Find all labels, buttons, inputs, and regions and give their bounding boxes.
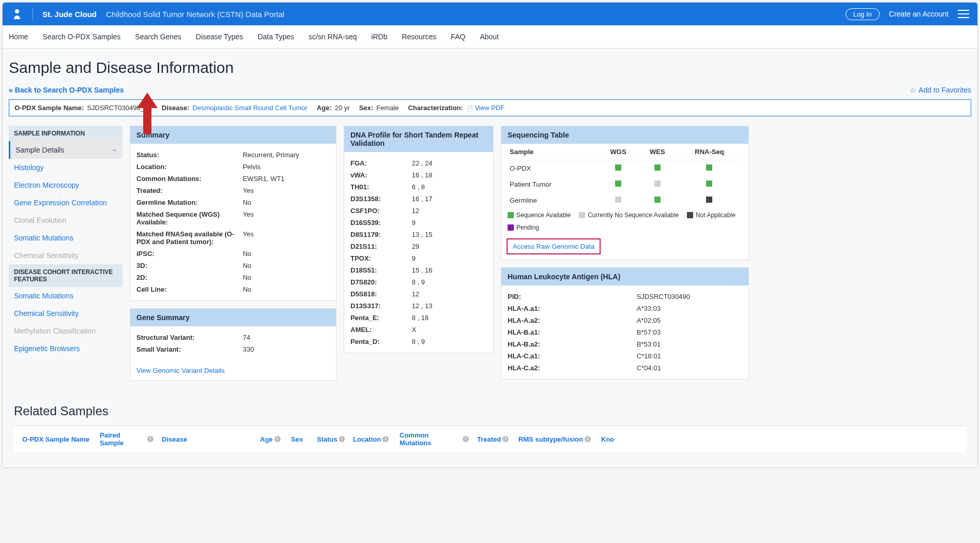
- info-icon: i: [147, 436, 154, 442]
- kv-row: D16S539:9: [350, 217, 487, 229]
- info-icon: i: [382, 436, 389, 442]
- status-indicator-icon: [706, 164, 712, 171]
- top-bar: St. Jude Cloud Childhood Solid Tumor Net…: [3, 3, 977, 25]
- kv-row: D5S818:12: [350, 288, 487, 300]
- sidebar-item-somatic-mutations[interactable]: Somatic Mutations: [9, 229, 122, 247]
- hla-card: Human Leukocyte Antigen (HLA) PID:SJDSRC…: [501, 267, 749, 380]
- nav-irdb[interactable]: iRDb: [371, 25, 387, 48]
- kv-row: 3D:No: [136, 260, 330, 272]
- sidebar-item-sample-details[interactable]: Sample Details→: [9, 141, 122, 159]
- kv-row: 2D:No: [136, 272, 330, 283]
- status-indicator-icon: [654, 197, 661, 203]
- kv-row: Penta_D:8 , 9: [350, 336, 487, 348]
- table-column-header[interactable]: Common Mutationsi: [395, 429, 473, 449]
- sidebar-item-chemical-sensitivity: Chemical Sensitivity: [9, 247, 122, 264]
- view-genomic-variant-link[interactable]: View Genomic Variant Details: [136, 367, 225, 374]
- table-column-header[interactable]: O-PDX Sample Name: [18, 429, 96, 449]
- kv-row: Structural Variant:74: [136, 331, 330, 343]
- legend-item: Currently No Sequence Available: [579, 212, 679, 219]
- back-link[interactable]: « Back to Search O-PDX Samples: [9, 86, 124, 94]
- table-column-header[interactable]: RMS subtype/fusioni: [514, 429, 597, 449]
- sidebar-item-cohort-chemical[interactable]: Chemical Sensitivity: [9, 305, 122, 322]
- sidebar-item-clonal-evolution: Clonal Evolution: [9, 212, 122, 229]
- kv-row: Cell Line:No: [136, 283, 330, 295]
- status-indicator-icon: [615, 180, 621, 187]
- sidebar-item-gene-expression[interactable]: Gene Expression Correlation: [9, 194, 122, 212]
- table-column-header[interactable]: Kno: [597, 429, 618, 449]
- menu-icon[interactable]: [958, 10, 969, 18]
- kv-row: Location:Pelvis: [136, 161, 330, 173]
- kv-row: PID:SJDSRCT030490: [508, 291, 742, 303]
- kv-row: Common Mutations:EWSR1, WT1: [136, 173, 330, 185]
- sidebar-section-sample-info: SAMPLE INFORMATION: [9, 126, 122, 141]
- table-column-header[interactable]: Locationi: [349, 429, 395, 449]
- nav-faq[interactable]: FAQ: [451, 25, 465, 48]
- nav-data-types[interactable]: Data Types: [257, 25, 294, 48]
- access-raw-data-link[interactable]: Access Raw Genomic Data: [508, 239, 600, 253]
- nav-home[interactable]: Home: [9, 25, 28, 48]
- nav-sc-sn-rnaseq[interactable]: sc/sn RNA-seq: [309, 25, 357, 48]
- kv-row: Germline Mutation:No: [136, 197, 330, 208]
- kv-row: D7S820:8 , 9: [350, 276, 487, 288]
- sidebar-section-cohort: DISEASE COHORT INTERACTIVE FEATURES: [9, 264, 122, 287]
- legend-item: Not Applicable: [687, 212, 736, 219]
- kv-row: HLA-C.a2:C*04:01: [508, 362, 742, 374]
- kv-row: D3S1358:16 , 17: [350, 193, 487, 205]
- kv-row: Matched RNASeq available (O-PDX and Pati…: [136, 228, 330, 248]
- main-nav: Home Search O-PDX Samples Search Genes D…: [3, 25, 977, 49]
- table-column-header[interactable]: Sex: [287, 429, 313, 449]
- table-column-header[interactable]: Statusi: [313, 429, 349, 449]
- kv-row: iPSC:No: [136, 248, 330, 260]
- star-icon: ☆: [910, 86, 916, 94]
- logo-icon: [11, 8, 23, 20]
- view-pdf-link[interactable]: View PDF: [466, 104, 505, 112]
- kv-row: TPOX:9: [350, 252, 487, 264]
- kv-row: D8S1179:13 , 15: [350, 229, 487, 240]
- kv-row: D18S51:15 , 16: [350, 264, 487, 276]
- table-column-header[interactable]: Agei: [256, 429, 287, 449]
- add-favorite-link[interactable]: ☆ Add to Favorites: [910, 86, 971, 94]
- related-samples-section: Related Samples O-PDX Sample NamePaired …: [9, 404, 971, 452]
- kv-row: HLA-B.a1:B*57:03: [508, 326, 742, 338]
- disease-link[interactable]: Desmoplastic Small Round Cell Tumor: [192, 104, 308, 112]
- access-raw-data-highlight: Access Raw Genomic Data: [507, 238, 601, 254]
- dna-profile-card: DNA Profile for Short Tandem Repeat Vali…: [344, 126, 494, 353]
- sample-name-value: SJDSRCT030490_X1: [87, 104, 152, 112]
- kv-row: CSF1PO:12: [350, 205, 487, 217]
- table-row: Patient Tumor: [508, 176, 742, 192]
- create-account-link[interactable]: Create an Account: [889, 10, 948, 18]
- kv-row: Treated:Yes: [136, 185, 330, 197]
- sidebar-item-cohort-epigenetic[interactable]: Epigenetic Browsers: [9, 340, 122, 357]
- table-row: O-PDX: [508, 160, 742, 177]
- sidebar-item-cohort-methylation: Methylation Classification: [9, 322, 122, 340]
- sidebar-item-histology[interactable]: Histology: [9, 159, 122, 176]
- sequencing-card: Sequencing Table Sample WGS WES RNA-Seq …: [501, 126, 749, 260]
- table-column-header[interactable]: Treatedi: [473, 429, 514, 449]
- related-samples-title: Related Samples: [14, 404, 966, 418]
- sidebar-item-electron-microscopy[interactable]: Electron Microscopy: [9, 176, 122, 194]
- table-column-header[interactable]: Paired Samplei: [96, 429, 158, 449]
- kv-row: Penta_E:8 , 16: [350, 312, 487, 324]
- nav-search-opdx[interactable]: Search O-PDX Samples: [42, 25, 120, 48]
- info-icon: i: [339, 436, 345, 442]
- kv-row: HLA-A.a2:A*02:05: [508, 314, 742, 326]
- nav-disease-types[interactable]: Disease Types: [196, 25, 243, 48]
- nav-about[interactable]: About: [480, 25, 499, 48]
- arrow-right-icon: →: [110, 146, 117, 154]
- legend-item: Sequence Available: [508, 212, 571, 219]
- nav-resources[interactable]: Resources: [402, 25, 436, 48]
- page-title: Sample and Disease Information: [9, 59, 971, 77]
- status-indicator-icon: [615, 197, 621, 203]
- sample-info-bar: O-PDX Sample Name:SJDSRCT030490_X1 Disea…: [9, 99, 971, 116]
- info-icon: i: [502, 436, 509, 442]
- sidebar-item-cohort-somatic[interactable]: Somatic Mutations: [9, 287, 122, 305]
- login-button[interactable]: Log In: [846, 8, 880, 20]
- kv-row: HLA-B.a2:B*53:01: [508, 338, 742, 350]
- status-indicator-icon: [654, 180, 661, 187]
- legend-swatch-icon: [508, 212, 514, 218]
- nav-search-genes[interactable]: Search Genes: [135, 25, 181, 48]
- table-column-header[interactable]: Disease: [158, 429, 256, 449]
- kv-row: Status:Recurrent, Primary: [136, 149, 330, 161]
- kv-row: HLA-C.a1:C*18:01: [508, 350, 742, 362]
- brand-name: St. Jude Cloud: [42, 10, 97, 19]
